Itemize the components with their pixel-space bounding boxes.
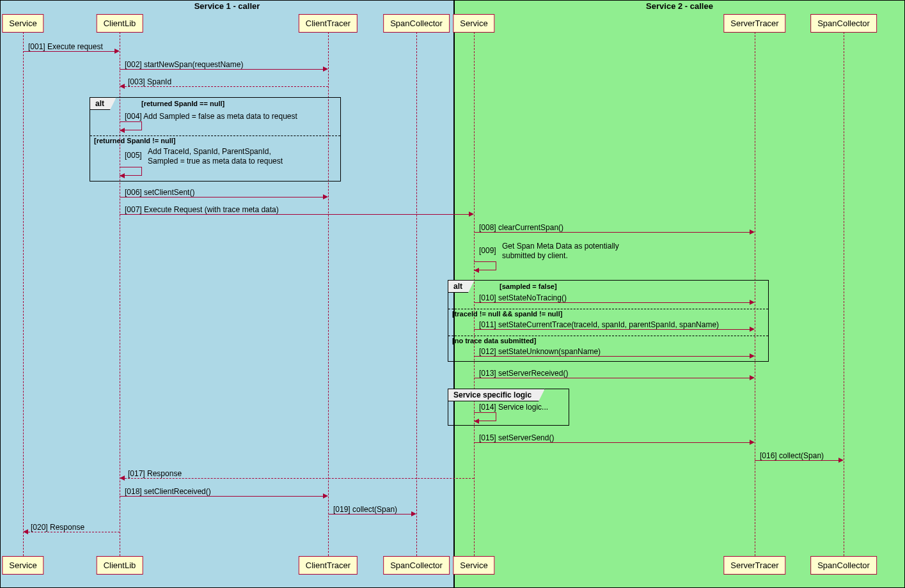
msg-008-line (474, 232, 750, 233)
msg-012-label: [012] setStateUnknown(spanName) (479, 347, 601, 356)
msg-008-head (750, 229, 755, 235)
sequence-diagram: Service 1 - caller Service 2 - callee Se… (0, 0, 905, 588)
msg-002-head (323, 66, 328, 72)
msg-007-label: [007] Execute Request (with trace meta d… (125, 205, 279, 214)
alt1-guard2: [returned SpanId != null] (94, 137, 175, 144)
msg-019-head (411, 511, 416, 516)
box-service1: Service 1 - caller (0, 0, 454, 588)
participant-service1-top: Service (2, 14, 43, 33)
lifeline-service1 (23, 32, 24, 556)
msg-016-head (838, 458, 844, 463)
msg-009-num: [009] (479, 246, 496, 255)
msg-010-head (750, 300, 755, 305)
participant-clienttracer-bot: ClientTracer (299, 556, 358, 575)
msg-014-head (474, 419, 479, 424)
msg-017-label: [017] Response (128, 469, 182, 478)
msg-001-head (114, 49, 120, 54)
msg-016-label: [016] collect(Span) (760, 451, 824, 460)
msg-011-head (750, 327, 755, 332)
msg-003-label: [003] SpanId (128, 77, 171, 86)
msg-017-head (120, 476, 125, 481)
participant-clienttracer-top: ClientTracer (299, 14, 358, 33)
box2-title: Service 2 - callee (455, 1, 904, 11)
msg-018-label: [018] setClientReceived() (125, 487, 211, 496)
participant-servertracer-top: ServerTracer (723, 14, 785, 33)
alt2-div2 (448, 336, 768, 336)
participant-clientlib-top: ClientLib (97, 14, 143, 33)
participant-clientlib-bot: ClientLib (97, 556, 143, 575)
msg-001-label: [001] Execute request (28, 42, 103, 51)
participant-spancollector1-bot: SpanCollector (383, 556, 450, 575)
msg-009-label: Get Span Meta Data as potentially submit… (502, 242, 619, 261)
participant-service2-bot: Service (453, 556, 494, 575)
msg-013-head (750, 375, 755, 380)
alt1-label: alt (90, 97, 116, 110)
msg-013-line (474, 378, 750, 378)
participant-spancollector1-top: SpanCollector (383, 14, 450, 33)
participant-service2-top: Service (453, 14, 494, 33)
msg-005-label: Add TraceId, SpanId, ParentSpanId, Sampl… (148, 147, 283, 166)
msg-012-head (750, 353, 755, 359)
msg-002-label: [002] startNewSpan(requestName) (125, 60, 243, 69)
msg-018-head (323, 493, 328, 499)
msg-009-head (474, 268, 479, 273)
alt2-label: alt (448, 280, 475, 293)
msg-011-line (474, 329, 750, 330)
msg-011-label: [011] setStateCurrentTrace(traceId, span… (479, 320, 719, 329)
msg-003-line (125, 86, 328, 87)
participant-servertracer-bot: ServerTracer (723, 556, 785, 575)
participant-spancollector2-top: SpanCollector (810, 14, 877, 33)
participant-service1-bot: Service (2, 556, 43, 575)
msg-006-line (120, 197, 323, 197)
msg-007-line (120, 214, 469, 215)
msg-010-line (474, 302, 750, 303)
msg-015-label: [015] setServerSend() (479, 433, 554, 442)
msg-017-line (125, 478, 474, 479)
alt2-guard1: [sampled = false] (500, 282, 557, 290)
alt2-div1 (448, 309, 768, 309)
msg-020-label: [020] Response (31, 523, 84, 532)
lifeline-spancollector2 (844, 32, 844, 556)
msg-005-num: [005] (125, 151, 142, 160)
msg-012-line (474, 356, 750, 357)
msg-007-head (469, 212, 474, 217)
msg-002-line (120, 69, 323, 70)
msg-019-line (328, 514, 411, 514)
msg-001-line (23, 51, 114, 52)
msg-019-label: [019] collect(Span) (333, 505, 397, 514)
msg-013-label: [013] setServerReceived() (479, 369, 568, 378)
msg-004-label: [004] Add Sampled = false as meta data t… (125, 112, 297, 121)
msg-020-line (28, 532, 120, 532)
msg-016-line (755, 460, 838, 461)
msg-005-head (120, 173, 125, 178)
box1-title: Service 1 - caller (1, 1, 453, 11)
lifeline-spancollector1 (416, 32, 417, 556)
msg-010-label: [010] setStateNoTracing() (479, 293, 567, 302)
ref-label: Service specific logic (448, 389, 545, 401)
alt2-guard3: [no trace data submitted] (452, 337, 536, 344)
msg-014-label: [014] Service logic... (479, 403, 548, 412)
alt1-div (90, 135, 340, 136)
msg-006-label: [006] setClientSent() (125, 188, 194, 197)
msg-004-head (120, 128, 125, 133)
msg-003-head (120, 84, 125, 89)
msg-008-label: [008] clearCurrentSpan() (479, 223, 563, 232)
alt1-guard1: [returned SpanId == null] (141, 100, 224, 107)
msg-020-head (23, 529, 28, 534)
alt2-guard2: [traceId != null && spanId != null] (452, 310, 562, 318)
msg-006-head (323, 194, 328, 199)
participant-spancollector2-bot: SpanCollector (810, 556, 877, 575)
msg-018-line (120, 496, 323, 497)
msg-015-line (474, 442, 750, 443)
msg-015-head (750, 440, 755, 445)
